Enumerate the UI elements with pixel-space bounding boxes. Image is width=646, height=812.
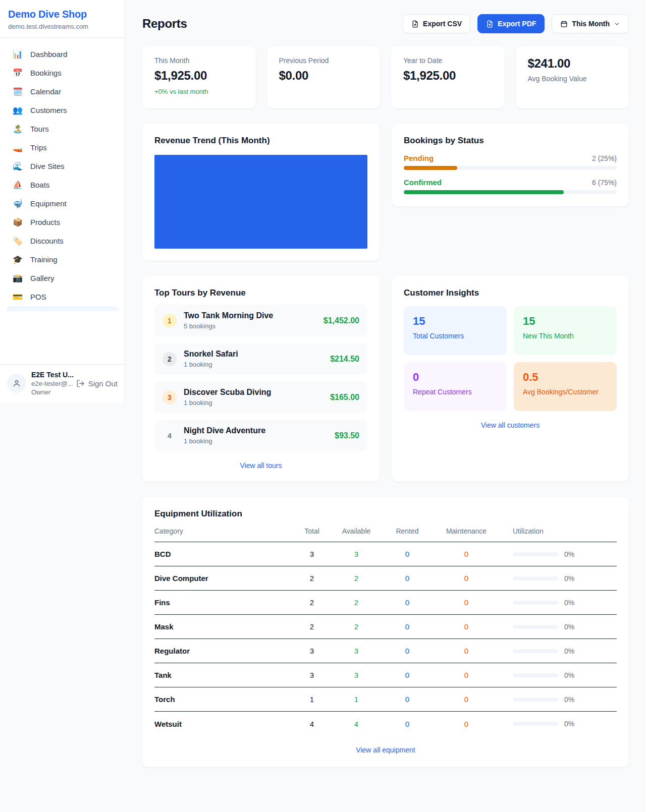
sidebar-item-training[interactable]: 🎓Training (6, 250, 119, 269)
equipment-rented: 0 (383, 574, 432, 583)
equipment-available: 2 (330, 622, 383, 631)
equipment-maintenance: 0 (432, 720, 501, 728)
sidebar-item-label: Dive Sites (30, 162, 65, 170)
dive-sites-icon: 🌊 (12, 161, 23, 171)
sidebar-item-customers[interactable]: 👥Customers (6, 101, 119, 120)
table-row: Torch 1 1 0 0 0% (154, 687, 617, 712)
equipment-category: Regulator (154, 647, 294, 655)
stat-card-year-to-date: Year to Date $1,925.00 (391, 46, 505, 108)
bookings-icon: 📅 (12, 68, 23, 78)
header-actions: Export CSV Export PDF This Month (403, 14, 629, 33)
equipment-total: 4 (294, 720, 330, 728)
sidebar: Demo Dive Shop demo.test.divestreams.com… (0, 0, 125, 403)
rank-badge: 3 (163, 390, 177, 404)
file-download-icon (486, 20, 494, 28)
stat-value: $0.00 (279, 69, 368, 83)
equipment-icon: 🤿 (12, 199, 23, 208)
equipment-rented: 0 (383, 720, 432, 728)
user-role: Owner (31, 388, 71, 396)
utilization-percent: 0% (564, 574, 574, 583)
sidebar-item-label: Equipment (30, 199, 67, 208)
page-title: Reports (142, 17, 187, 31)
sign-out-icon (76, 379, 85, 388)
sidebar-item-bookings[interactable]: 📅Bookings (6, 64, 119, 82)
page-header: Reports Export CSV Export PDF This Month (142, 14, 629, 33)
equipment-category: Fins (154, 598, 294, 607)
stats-row: This Month $1,925.00 +0% vs last month P… (142, 46, 629, 108)
equipment-rented: 0 (383, 671, 432, 679)
stat-card-previous-period: Previous Period $0.00 (267, 46, 381, 108)
equipment-table: Category Total Available Rented Maintena… (154, 527, 617, 736)
rank-badge: 4 (163, 429, 177, 443)
sidebar-item-equipment[interactable]: 🤿Equipment (6, 194, 119, 213)
customers-icon: 👥 (12, 105, 23, 115)
calendar-icon: 🗓️ (12, 87, 23, 96)
products-icon: 📦 (12, 217, 23, 227)
sidebar-item-boats[interactable]: ⛵Boats (6, 176, 119, 194)
tour-row: 4 Night Dive Adventure1 booking $93.50 (154, 420, 367, 451)
equipment-utilization: 0% (501, 574, 617, 583)
export-csv-button[interactable]: Export CSV (403, 14, 470, 33)
equipment-available: 3 (330, 671, 383, 679)
chevron-down-icon (614, 21, 620, 27)
utilization-percent: 0% (564, 720, 574, 728)
sidebar-item-label: Gallery (30, 274, 55, 282)
user-footer: E2E Test U... e2e-tester@... Owner Sign … (0, 364, 125, 403)
tile-value: 0.5 (523, 371, 608, 384)
sidebar-item-reports-active[interactable] (6, 306, 119, 311)
equipment-available: 3 (330, 647, 383, 655)
equipment-total: 2 (294, 622, 330, 631)
table-row: Regulator 3 3 0 0 0% (154, 639, 617, 663)
sidebar-item-label: Customers (30, 106, 67, 114)
view-all-equipment-link[interactable]: View all equipment (154, 746, 617, 754)
column-header: Rented (383, 527, 432, 535)
equipment-utilization: 0% (501, 623, 617, 631)
sidebar-item-label: Bookings (30, 69, 62, 77)
status-count: 6 (75%) (592, 179, 617, 187)
equipment-utilization: 0% (501, 599, 617, 607)
insights-row: Top Tours by Revenue 1 Two Tank Morning … (142, 276, 629, 482)
equipment-total: 2 (294, 574, 330, 583)
sidebar-item-dive-sites[interactable]: 🌊Dive Sites (6, 157, 119, 176)
sidebar-item-discounts[interactable]: 🏷️Discounts (6, 231, 119, 250)
equipment-rented: 0 (383, 647, 432, 655)
tour-row: 1 Two Tank Morning Dive5 bookings $1,452… (154, 305, 367, 336)
top-tours-card: Top Tours by Revenue 1 Two Tank Morning … (142, 276, 380, 482)
user-name: E2E Test U... (31, 371, 71, 379)
equipment-utilization-card: Equipment Utilization Category Total Ava… (142, 497, 629, 767)
stat-value: $1,925.00 (403, 69, 493, 83)
revenue-trend-title: Revenue Trend (This Month) (154, 136, 367, 146)
dashboard-icon: 📊 (12, 49, 23, 59)
view-all-tours-link[interactable]: View all tours (154, 461, 367, 470)
sidebar-item-pos[interactable]: 💳POS (6, 287, 119, 306)
period-dropdown[interactable]: This Month (552, 14, 629, 33)
view-all-customers-link[interactable]: View all customers (404, 421, 617, 429)
equipment-utilization: 0% (501, 671, 617, 679)
status-bar-fill (404, 166, 457, 170)
sidebar-item-gallery[interactable]: 📸Gallery (6, 269, 119, 287)
status-row-pending: Pending 2 (25%) (404, 154, 617, 170)
period-label: This Month (572, 20, 610, 28)
status-label: Pending (404, 154, 434, 162)
equipment-utilization: 0% (501, 695, 617, 704)
export-pdf-button[interactable]: Export PDF (477, 14, 545, 33)
sidebar-item-calendar[interactable]: 🗓️Calendar (6, 82, 119, 101)
sidebar-item-products[interactable]: 📦Products (6, 213, 119, 231)
status-row-confirmed: Confirmed 6 (75%) (404, 178, 617, 194)
sidebar-item-trips[interactable]: 🚤Trips (6, 138, 119, 157)
sidebar-item-label: Boats (30, 181, 49, 189)
sidebar-item-tours[interactable]: 🏝️Tours (6, 120, 119, 138)
user-email: e2e-tester@... (31, 380, 71, 387)
equipment-category: Mask (154, 622, 294, 631)
table-row: Dive Computer 2 2 0 0 0% (154, 566, 617, 591)
utilization-percent: 0% (564, 623, 574, 631)
revenue-trend-chart (154, 155, 367, 249)
customer-insights-card: Customer Insights 15 Total Customers 15 … (392, 276, 629, 482)
rank-badge: 2 (163, 352, 177, 366)
tile-value: 15 (523, 315, 608, 328)
tile-label: Total Customers (413, 332, 498, 340)
avatar (7, 374, 26, 393)
sign-out-button[interactable]: Sign Out (76, 379, 118, 388)
rank-badge: 1 (163, 314, 177, 328)
sidebar-item-dashboard[interactable]: 📊Dashboard (6, 45, 119, 64)
